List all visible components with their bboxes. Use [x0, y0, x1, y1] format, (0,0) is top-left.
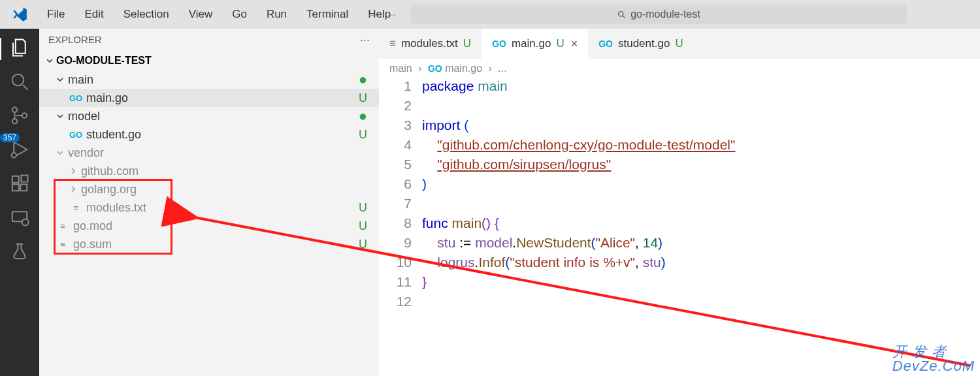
line-gutter: 123456789101112	[379, 78, 422, 313]
crumb-file: main.go	[445, 63, 482, 74]
search-icon	[617, 10, 627, 20]
explorer-icon[interactable]	[10, 38, 29, 57]
main-menu: File Edit Selection View Go Run Terminal…	[39, 5, 399, 24]
go-file-icon: GO	[69, 91, 82, 104]
svg-rect-10	[20, 184, 27, 191]
code-body[interactable]: package main import ( "github.com/chenlo…	[422, 78, 980, 313]
tree-item-label: main	[68, 73, 93, 87]
svg-point-2	[12, 74, 24, 86]
git-untracked-badge: U	[675, 37, 683, 50]
explorer-title: EXPLORER	[48, 34, 102, 46]
git-untracked-badge: U	[359, 201, 367, 215]
svg-rect-8	[12, 176, 19, 183]
explorer-more-icon[interactable]: ⋯	[360, 34, 370, 46]
svg-point-0	[619, 11, 624, 16]
svg-point-6	[22, 113, 27, 118]
crumb-more: ...	[498, 63, 506, 74]
menu-view[interactable]: View	[181, 5, 221, 24]
run-debug-icon[interactable]	[10, 140, 29, 159]
tab-label: main.go	[512, 37, 551, 50]
tab-main-go[interactable]: GOmain.goU×	[482, 29, 588, 59]
code-editor[interactable]: 123456789101112 package main import ( "g…	[379, 78, 980, 313]
git-untracked-badge: U	[463, 37, 471, 50]
git-untracked-badge: U	[359, 219, 367, 233]
svg-point-13	[22, 219, 29, 226]
svg-point-7	[12, 153, 17, 158]
menu-run[interactable]: Run	[259, 5, 295, 24]
tree-item-label: student.go	[86, 128, 141, 142]
watermark: 开 发 者 DevZe.CoM	[892, 345, 975, 373]
go-file-icon: GO	[492, 39, 506, 49]
menu-edit[interactable]: Edit	[76, 5, 111, 24]
search-icon[interactable]	[10, 72, 29, 91]
git-untracked-badge: U	[556, 37, 564, 50]
text-file-icon: ≡	[389, 37, 396, 50]
testing-icon[interactable]	[10, 242, 29, 261]
menu-file[interactable]: File	[39, 5, 73, 24]
nav-back-icon[interactable]: ←	[366, 7, 379, 22]
tree-item-main-go[interactable]: GOmain.goU	[39, 89, 379, 107]
scm-badge: 357	[0, 133, 20, 142]
tree-item-label: main.go	[86, 91, 128, 105]
tree-item-student-go[interactable]: GOstudent.goU	[39, 125, 379, 144]
tree-item-vendor[interactable]: vendor	[39, 144, 379, 162]
tab-student-go[interactable]: GOstudent.goU	[588, 29, 693, 59]
git-modified-dot-icon: ●	[359, 71, 367, 88]
svg-line-3	[23, 85, 28, 90]
git-untracked-badge: U	[359, 91, 367, 105]
remote-icon[interactable]	[10, 208, 29, 227]
svg-rect-11	[22, 176, 28, 182]
go-file-icon: GO	[69, 128, 82, 141]
git-modified-dot-icon: ●	[359, 108, 367, 125]
chevron-right-icon: ›	[489, 63, 492, 74]
nav-arrows: ← →	[366, 7, 399, 22]
tab-modules-txt[interactable]: ≡modules.txtU	[379, 29, 482, 59]
tree-item-model[interactable]: model●	[39, 107, 379, 125]
git-untracked-badge: U	[359, 128, 367, 142]
editor-area: ≡modules.txtUGOmain.goU×GOstudent.goU ma…	[379, 29, 980, 376]
search-text: go-module-test	[630, 8, 700, 20]
source-control-icon[interactable]	[10, 106, 29, 125]
tree-item-label: vendor	[68, 146, 104, 160]
tab-label: student.go	[618, 37, 670, 50]
tree-item-github-com[interactable]: github.com	[39, 162, 379, 180]
extensions-icon[interactable]	[10, 174, 29, 193]
svg-line-1	[623, 16, 625, 18]
svg-point-4	[12, 108, 18, 113]
tree-item-main[interactable]: main●	[39, 70, 379, 89]
go-file-icon: GO	[598, 39, 613, 49]
activity-bar: 357	[0, 29, 39, 376]
tab-label: modules.txt	[401, 37, 458, 50]
nav-forward-icon[interactable]: →	[385, 7, 399, 22]
annotation-highlight-box	[54, 179, 172, 255]
close-icon[interactable]: ×	[571, 37, 578, 51]
tree-item-label: model	[68, 110, 100, 123]
svg-point-5	[12, 119, 18, 124]
command-center-search[interactable]: go-module-test	[410, 5, 907, 24]
explorer-root[interactable]: GO-MODULE-TEST	[39, 51, 379, 70]
chevron-right-icon	[69, 164, 77, 178]
breadcrumb[interactable]: main › GO main.go › ...	[379, 59, 980, 78]
chevron-right-icon: ›	[418, 63, 421, 74]
menu-selection[interactable]: Selection	[116, 5, 177, 24]
titlebar: File Edit Selection View Go Run Terminal…	[0, 0, 980, 29]
vscode-logo-icon	[0, 6, 39, 23]
chevron-down-icon	[56, 73, 64, 87]
crumb-folder: main	[389, 63, 412, 74]
menu-go[interactable]: Go	[224, 5, 255, 24]
svg-rect-9	[12, 184, 19, 191]
menu-terminal[interactable]: Terminal	[299, 5, 356, 24]
go-file-icon: GO	[428, 63, 442, 74]
tree-item-label: github.com	[81, 164, 139, 178]
editor-tabs: ≡modules.txtUGOmain.goU×GOstudent.goU	[379, 29, 980, 59]
watermark-line1: 开 发 者	[892, 345, 975, 359]
explorer-root-label: GO-MODULE-TEST	[56, 55, 152, 67]
git-untracked-badge: U	[359, 238, 367, 251]
chevron-down-icon	[56, 146, 64, 160]
watermark-line2: DevZe.CoM	[892, 359, 975, 373]
chevron-down-icon	[56, 110, 64, 123]
